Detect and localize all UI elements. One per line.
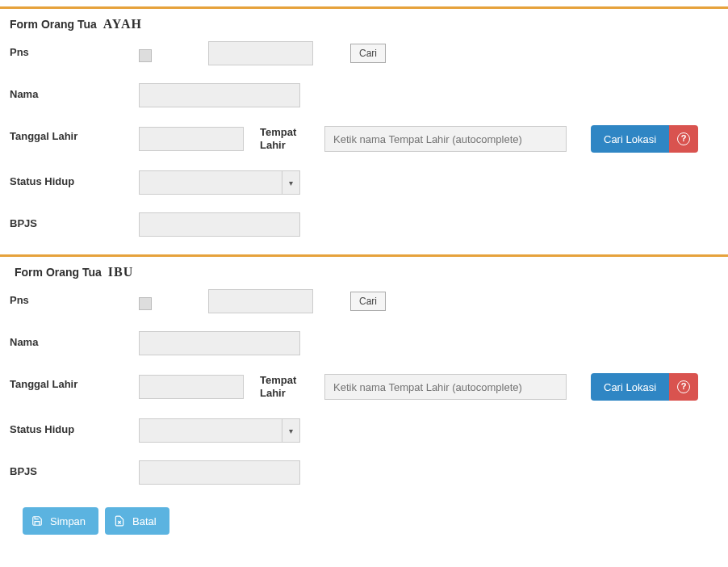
pns-code-input[interactable]: [208, 289, 313, 313]
label-status-hidup: Status Hidup: [10, 418, 139, 435]
section-divider: [0, 254, 728, 257]
section-divider: [0, 6, 728, 9]
cari-lokasi-button-ibu[interactable]: Cari Lokasi: [591, 373, 669, 401]
label-tempat-lahir: Tempat Lahir: [260, 374, 308, 399]
help-lokasi-button-ayah[interactable]: ?: [669, 125, 698, 153]
title-prefix: Form Orang Tua: [10, 18, 97, 31]
section-title-ayah: Form Orang Tua AYAH: [0, 17, 728, 41]
row-status-hidup-ibu: Status Hidup ▾: [10, 418, 718, 443]
row-status-hidup-ayah: Status Hidup ▾: [10, 170, 718, 195]
pns-code-input[interactable]: [208, 41, 313, 65]
cari-lokasi-group-ibu: Cari Lokasi ?: [591, 373, 698, 401]
save-icon: [31, 514, 44, 527]
bpjs-input-ayah[interactable]: [139, 212, 300, 237]
label-tanggal-lahir: Tanggal Lahir: [10, 373, 139, 390]
form-panel-ayah: Pns Cari Nama Tanggal Lahir Tempat Lahir…: [0, 41, 728, 237]
label-nama: Nama: [10, 331, 139, 348]
title-role-ibu: IBU: [108, 265, 133, 279]
cari-lokasi-group-ayah: Cari Lokasi ?: [591, 125, 698, 153]
question-icon: ?: [677, 380, 690, 393]
row-tanggal-lahir-ibu: Tanggal Lahir Tempat Lahir Cari Lokasi ?: [10, 373, 718, 401]
row-nama-ibu: Nama: [10, 331, 718, 355]
label-bpjs: BPJS: [10, 212, 139, 229]
label-status-hidup: Status Hidup: [10, 170, 139, 187]
nama-input-ayah[interactable]: [139, 83, 300, 107]
title-role-ayah: AYAH: [103, 17, 142, 31]
label-pns: Pns: [10, 289, 139, 306]
row-bpjs-ibu: BPJS: [10, 460, 718, 485]
pns-checkbox[interactable]: [139, 49, 152, 62]
label-bpjs: BPJS: [10, 460, 139, 477]
bpjs-input-ibu[interactable]: [139, 460, 300, 485]
section-title-ibu: Form Orang Tua IBU: [0, 265, 728, 289]
tempat-lahir-input-ayah[interactable]: [324, 126, 567, 152]
simpan-button[interactable]: Simpan: [23, 507, 98, 535]
row-tanggal-lahir-ayah: Tanggal Lahir Tempat Lahir Cari Lokasi ?: [10, 125, 718, 153]
tempat-lahir-input-ibu[interactable]: [324, 374, 567, 400]
row-bpjs-ayah: BPJS: [10, 212, 718, 237]
title-prefix: Form Orang Tua: [15, 266, 102, 279]
label-pns: Pns: [10, 41, 139, 58]
cari-lokasi-button-ayah[interactable]: Cari Lokasi: [591, 125, 669, 153]
status-hidup-select-ayah[interactable]: [139, 170, 300, 195]
cari-button-ayah[interactable]: Cari: [350, 44, 386, 63]
footer-buttons: Simpan Batal: [0, 502, 728, 543]
form-panel-ibu: Pns Cari Nama Tanggal Lahir Tempat Lahir…: [0, 289, 728, 485]
batal-button[interactable]: Batal: [105, 507, 169, 535]
label-tempat-lahir: Tempat Lahir: [260, 126, 308, 151]
tanggal-lahir-input-ibu[interactable]: [139, 375, 244, 399]
cari-button-ibu[interactable]: Cari: [350, 292, 386, 311]
row-pns-ibu: Pns Cari: [10, 289, 718, 313]
question-icon: ?: [677, 132, 690, 145]
nama-input-ibu[interactable]: [139, 331, 300, 355]
label-tanggal-lahir: Tanggal Lahir: [10, 125, 139, 142]
label-nama: Nama: [10, 83, 139, 100]
tanggal-lahir-input-ayah[interactable]: [139, 127, 244, 151]
help-lokasi-button-ibu[interactable]: ?: [669, 373, 698, 401]
status-hidup-select-ibu[interactable]: [139, 418, 300, 443]
row-pns-ayah: Pns Cari: [10, 41, 718, 65]
batal-label: Batal: [132, 515, 157, 527]
cancel-icon: [113, 514, 126, 527]
pns-checkbox[interactable]: [139, 297, 152, 310]
simpan-label: Simpan: [50, 515, 86, 527]
row-nama-ayah: Nama: [10, 83, 718, 107]
